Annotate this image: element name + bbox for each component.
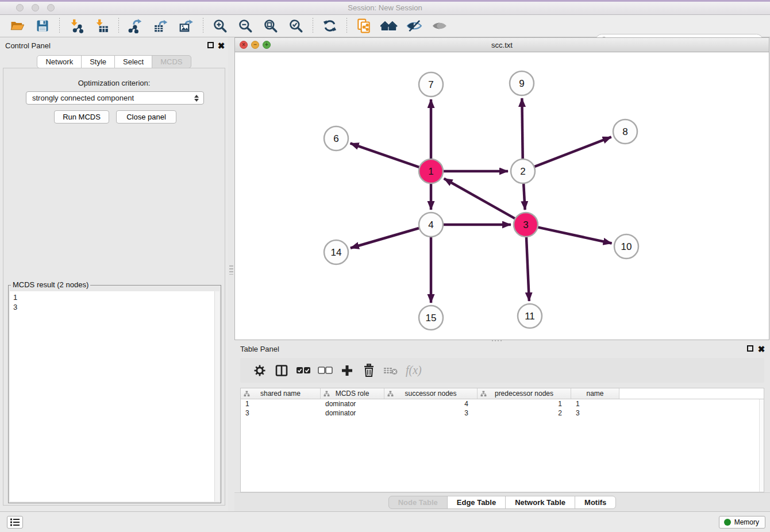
table-scrollbar[interactable] [759, 399, 764, 492]
table-row[interactable]: 1dominator411 [241, 399, 764, 408]
zoom-fit-button[interactable] [261, 17, 280, 35]
open-session-button[interactable] [7, 17, 27, 35]
table-row[interactable]: 3dominator323 [241, 408, 764, 418]
mcds-result-line: 1 [13, 292, 216, 302]
table-header-row: shared nameMCDS rolesuccessor nodesprede… [241, 388, 764, 399]
tab-node-table[interactable]: Node Table [388, 496, 448, 509]
save-session-button[interactable] [33, 17, 52, 35]
graph-edge-1-6[interactable] [351, 143, 422, 168]
select-all-icon [296, 367, 311, 375]
optimization-criterion-label: Optimization criterion: [3, 79, 225, 87]
task-history-button[interactable] [7, 516, 23, 529]
apply-layout-button[interactable] [320, 17, 340, 35]
close-panel-button[interactable]: Close panel [116, 110, 176, 124]
graph-node-7[interactable]: 7 [419, 72, 443, 97]
graph-node-label: 14 [331, 247, 342, 258]
deselect-all-button[interactable] [315, 360, 336, 381]
graph-node-11[interactable]: 11 [518, 304, 542, 328]
delete-table-button[interactable] [380, 360, 401, 381]
network-canvas[interactable]: 7968124314101511 [235, 52, 769, 340]
column-type-icon [387, 391, 394, 397]
graph-edge-3-11[interactable] [526, 234, 529, 301]
eye-slash-icon [406, 19, 422, 33]
application-window: Session: New Session [0, 0, 770, 532]
export-table-icon [153, 18, 169, 33]
memory-button[interactable]: Memory [719, 516, 765, 529]
tab-edge-table[interactable]: Edge Table [447, 496, 506, 509]
column-type-icon [324, 391, 330, 397]
graph-node-15[interactable]: 15 [419, 306, 443, 330]
import-network-button[interactable] [67, 17, 86, 35]
first-neighbors-button[interactable] [379, 17, 399, 35]
graph-node-6[interactable]: 6 [324, 126, 348, 151]
graph-edge-2-8[interactable] [532, 137, 611, 168]
hide-selected-button[interactable] [405, 17, 424, 35]
tab-mcds[interactable]: MCDS [152, 55, 191, 68]
refresh-icon [322, 18, 337, 33]
tab-select[interactable]: Select [114, 55, 152, 68]
show-all-button[interactable] [430, 17, 449, 35]
split-view-button[interactable] [271, 360, 292, 381]
zoom-out-button[interactable] [236, 17, 255, 35]
graph-edge-3-10[interactable] [535, 226, 612, 243]
graph-node-label: 8 [622, 126, 627, 137]
apply-function-button[interactable]: f(x) [402, 360, 422, 381]
export-image-button[interactable] [176, 17, 196, 35]
table-cell: 1 [241, 399, 321, 408]
delete-column-button[interactable] [359, 360, 379, 381]
graph-node-14[interactable]: 14 [324, 240, 348, 264]
graph-node-10[interactable]: 10 [614, 234, 638, 259]
clone-network-button[interactable] [354, 17, 374, 35]
graph-edge-4-14[interactable] [351, 227, 422, 248]
add-column-button[interactable] [337, 360, 357, 381]
select-all-button[interactable] [293, 360, 314, 381]
table-tabs-bar: Node Table Edge Table Network Table Moti… [234, 492, 770, 511]
zoom-selected-button[interactable] [286, 17, 306, 35]
window-titlebar: Session: New Session [0, 0, 770, 15]
tab-style[interactable]: Style [81, 55, 115, 68]
import-table-button[interactable] [92, 17, 111, 35]
graph-node-9[interactable]: 9 [510, 71, 534, 95]
column-header-MCDS-role[interactable]: MCDS role [321, 388, 384, 399]
vertical-splitter-grip[interactable] [229, 265, 233, 275]
graph-edge-3-1[interactable] [444, 179, 518, 220]
graph-node-4[interactable]: 4 [419, 213, 443, 237]
graph-node-2[interactable]: 2 [511, 159, 535, 183]
result-scrollbar[interactable] [214, 291, 220, 502]
column-header-name[interactable]: name [571, 388, 619, 399]
mcds-result-line: 3 [13, 302, 216, 312]
mcds-result-title: MCDS result (2 nodes) [11, 280, 90, 289]
import-table-icon [94, 18, 109, 33]
control-panel-header: Control Panel ✖ [0, 37, 228, 53]
graph-edge-2-9[interactable] [522, 98, 522, 162]
tab-network[interactable]: Network [37, 55, 82, 68]
close-panel-icon[interactable]: ✖ [217, 41, 226, 51]
float-table-panel-icon[interactable] [747, 345, 753, 352]
open-folder-icon [10, 19, 25, 33]
graph-node-3[interactable]: 3 [514, 213, 538, 237]
run-mcds-button[interactable]: Run MCDS [54, 110, 109, 124]
column-header-label: shared name [260, 390, 301, 398]
graph-node-1[interactable]: 1 [419, 159, 443, 183]
tab-network-table[interactable]: Network Table [505, 496, 575, 509]
mcds-result-list[interactable]: 13 [10, 291, 220, 502]
criterion-dropdown[interactable]: strongly connected component [26, 91, 204, 105]
zoom-in-button[interactable] [210, 17, 230, 35]
column-header-successor-nodes[interactable]: successor nodes [384, 388, 478, 399]
float-panel-icon[interactable] [207, 42, 214, 48]
desktop-edge [0, 0, 770, 2]
table-cell: 3 [571, 408, 619, 418]
column-header-predecessor-nodes[interactable]: predecessor nodes [478, 388, 571, 399]
export-table-button[interactable] [151, 17, 171, 35]
network-view-window: × – + scc.txt 7968124314101511 [234, 37, 769, 340]
table-cell: dominator [321, 408, 384, 418]
graph-edge-2-3[interactable] [523, 180, 525, 210]
table-cell: 3 [241, 408, 321, 418]
tab-motifs[interactable]: Motifs [575, 496, 616, 509]
export-network-button[interactable] [126, 17, 145, 35]
graph-node-8[interactable]: 8 [613, 119, 637, 144]
column-settings-button[interactable] [249, 360, 270, 381]
close-table-panel-icon[interactable]: ✖ [757, 345, 766, 354]
control-panel: Control Panel ✖ Network Style Select MCD… [0, 37, 228, 511]
column-header-shared-name[interactable]: shared name [241, 388, 321, 399]
